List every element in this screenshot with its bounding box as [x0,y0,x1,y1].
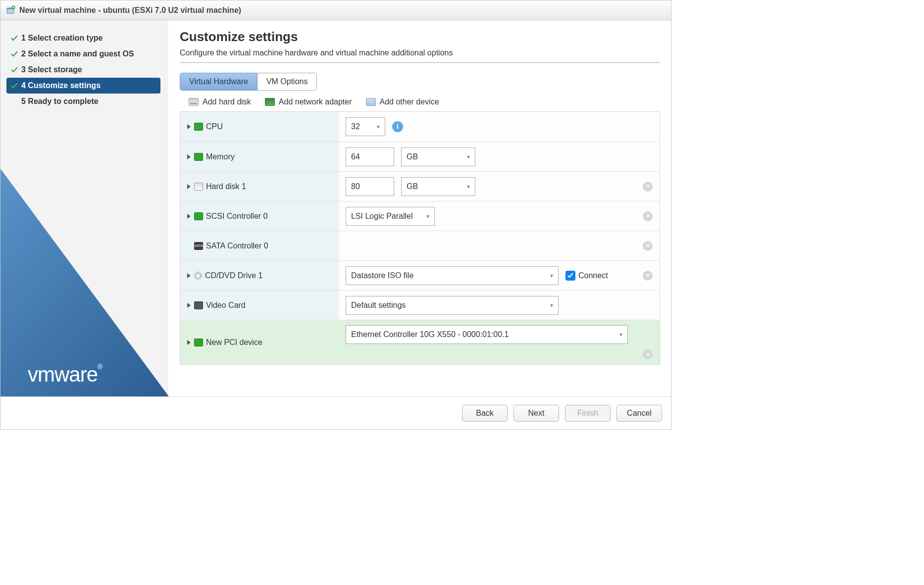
expand-icon[interactable] [186,273,191,278]
checkbox-checked-icon [565,271,575,281]
tab-virtual-hardware[interactable]: Virtual Hardware [180,73,257,91]
hw-value-cddvd: Datastore ISO file ▾ Connect ✕ [339,261,660,290]
vmware-logo: vmware® [28,363,102,387]
expand-icon[interactable] [186,303,191,308]
remove-device-button[interactable]: ✕ [643,241,653,251]
check-icon [10,34,18,42]
hardware-table: CPU 32 ▾ i Memory [180,111,660,365]
chevron-down-icon: ▾ [377,123,380,130]
titlebar: New virtual machine - ubuntu (ESXi 7.0 U… [0,0,671,20]
remove-device-button[interactable]: ✕ [643,349,653,359]
info-icon[interactable]: i [392,121,403,132]
disk-size-input[interactable] [346,177,394,196]
hard-disk-icon [194,183,203,191]
expand-icon[interactable] [186,340,191,345]
hw-label-video: Video Card [180,291,339,320]
step-list: 1 Select creation type 2 Select a name a… [0,25,168,109]
step-label: 3 Select storage [21,65,82,74]
hw-label-cddvd: CD/DVD Drive 1 [180,261,339,290]
expand-icon[interactable] [186,214,191,219]
check-icon [10,50,18,58]
chevron-down-icon: ▾ [550,272,553,279]
add-hard-disk-button[interactable]: Add hard disk [189,98,251,106]
tab-bar: Virtual Hardware VM Options [180,73,660,91]
chevron-down-icon: ▾ [550,302,553,309]
chevron-down-icon: ▾ [426,213,429,220]
cd-source-select[interactable]: Datastore ISO file ▾ [346,266,559,285]
network-adapter-icon [265,98,275,106]
disk-unit-select[interactable]: GB ▾ [401,177,475,196]
step-3[interactable]: 3 Select storage [6,62,160,78]
sidebar-decoration [0,169,169,396]
hw-row-cddvd: CD/DVD Drive 1 Datastore ISO file ▾ Conn… [180,260,660,290]
hw-label-scsi: SCSI Controller 0 [180,201,339,231]
remove-device-button[interactable]: ✕ [643,271,653,281]
cpu-count-select[interactable]: 32 ▾ [346,117,385,136]
step-1[interactable]: 1 Select creation type [6,30,160,46]
main-panel: Customize settings Configure the virtual… [169,20,671,396]
cancel-button[interactable]: Cancel [616,405,662,422]
hw-value-video: Default settings ▾ [339,291,660,320]
hw-row-scsi: SCSI Controller 0 LSI Logic Parallel ▾ ✕ [180,201,660,231]
divider [180,62,660,63]
step-label: 1 Select creation type [21,34,103,43]
step-2[interactable]: 2 Select a name and guest OS [6,46,160,62]
page-heading: Customize settings [180,29,660,45]
cd-connect-checkbox[interactable]: Connect [565,271,608,281]
wizard-window: New virtual machine - ubuntu (ESXi 7.0 U… [0,0,671,430]
hw-row-hard-disk: Hard disk 1 GB ▾ ✕ [180,171,660,201]
check-icon [10,66,18,74]
video-settings-select[interactable]: Default settings ▾ [346,296,559,315]
pci-device-select[interactable]: Ethernet Controller 10G X550 - 0000:01:0… [346,325,628,344]
memory-unit-select[interactable]: GB ▾ [401,147,475,166]
expand-icon[interactable] [186,184,191,189]
tab-vm-options[interactable]: VM Options [257,73,317,91]
hw-label-cpu: CPU [180,112,339,142]
memory-icon [194,153,203,161]
hw-label-pci: New PCI device [180,320,339,364]
step-label: 4 Customize settings [21,81,101,90]
chevron-down-icon: ▾ [467,153,470,160]
step-label: 2 Select a name and guest OS [21,49,134,58]
scsi-icon [194,212,203,220]
hw-row-cpu: CPU 32 ▾ i [180,112,660,142]
hw-value-memory: GB ▾ [339,142,660,171]
vm-icon [5,5,15,15]
hw-label-sata: SATA SATA Controller 0 [180,231,339,260]
hard-disk-icon [189,98,199,106]
hw-label-hard-disk: Hard disk 1 [180,172,339,201]
chevron-down-icon: ▾ [619,331,622,338]
hw-value-pci: Ethernet Controller 10G X550 - 0000:01:0… [339,320,660,364]
window-title: New virtual machine - ubuntu (ESXi 7.0 U… [19,6,241,15]
check-icon [10,82,18,90]
wizard-body: 1 Select creation type 2 Select a name a… [0,20,671,396]
finish-button: Finish [565,405,611,422]
memory-size-input[interactable] [346,147,394,166]
next-button[interactable]: Next [513,405,559,422]
cd-icon [194,272,202,280]
step-4[interactable]: 4 Customize settings [6,78,160,94]
scsi-type-select[interactable]: LSI Logic Parallel ▾ [346,207,435,226]
hw-value-sata: ✕ [339,231,660,260]
sidebar: 1 Select creation type 2 Select a name a… [0,20,169,396]
hw-row-memory: Memory GB ▾ [180,142,660,171]
hw-row-sata: SATA SATA Controller 0 ✕ [180,231,660,260]
add-other-device-button[interactable]: Add other device [366,98,439,106]
step-label: 5 Ready to complete [21,97,99,106]
hw-label-memory: Memory [180,142,339,171]
back-button[interactable]: Back [462,405,508,422]
expand-icon[interactable] [186,154,191,159]
expand-icon[interactable] [186,124,191,129]
wizard-footer: Back Next Finish Cancel [0,396,671,429]
hw-row-pci: New PCI device Ethernet Controller 10G X… [180,320,660,364]
step-5[interactable]: 5 Ready to complete [6,94,160,109]
page-subheading: Configure the virtual machine hardware a… [180,49,660,57]
chevron-down-icon: ▾ [467,183,470,190]
remove-device-button[interactable]: ✕ [643,182,653,192]
other-device-icon [366,98,376,106]
remove-device-button[interactable]: ✕ [643,211,653,221]
add-network-adapter-button[interactable]: Add network adapter [265,98,352,106]
hw-value-scsi: LSI Logic Parallel ▾ ✕ [339,201,660,231]
video-card-icon [194,301,203,309]
cpu-icon [194,123,203,131]
